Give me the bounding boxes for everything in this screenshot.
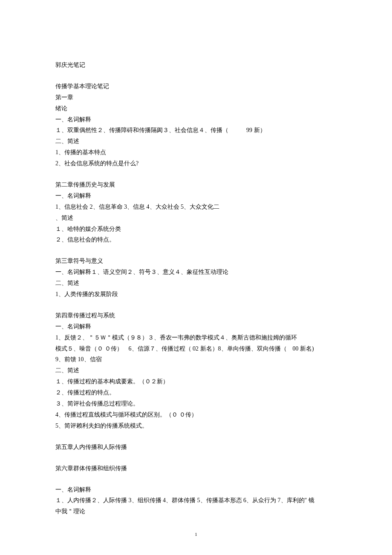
text-line: 2、社会信息系统的特点是什么? bbox=[55, 158, 337, 169]
text-line: 传播学基本理论笔记 bbox=[55, 81, 337, 92]
document-page: 郭庆光笔记 传播学基本理论笔记 第一章 绪论 一、名词解释 １、双重偶然性２、传… bbox=[0, 0, 392, 555]
chapter6-block: 第六章群体传播和组织传播 bbox=[55, 463, 337, 474]
text-line: 1、信息社会 2、信息革命 3、信息 4、大众社会 5、大众文化二 bbox=[55, 201, 337, 213]
text-line: 第三章符号与意义 bbox=[55, 256, 337, 267]
chapter5-block: 第五章人内传播和人际传播 bbox=[55, 442, 337, 453]
text-line: 第二章传播历史与发展 bbox=[55, 179, 337, 190]
chapter3-block: 第三章符号与意义 一、名词解释１、语义空间２、符号３、意义４、象征性互动理论 二… bbox=[55, 256, 337, 300]
text-line: １、传播过程的基本构成要素。（０２新） bbox=[55, 376, 337, 387]
text-line: １、双重偶然性２、传播障碍和传播隔阂３、社会信息４、传播（ 99 新） bbox=[55, 125, 337, 136]
text-line: 、简述 bbox=[55, 213, 337, 224]
text-line: 5、简评赖利夫妇的传播系统模式。 bbox=[55, 420, 337, 431]
text-line: 第五章人内传播和人际传播 bbox=[55, 442, 337, 453]
chapter6b-block: 一、名词解释 １、人内传播２、人际传播 3、组织传播 4、群体传播 5、传播基本… bbox=[55, 484, 337, 518]
text-line: ３、简评社会传播总过程理论。 bbox=[55, 398, 337, 409]
chapter2-block: 第二章传播历史与发展 一、名词解释 1、信息社会 2、信息革命 3、信息 4、大… bbox=[55, 179, 337, 245]
text-line: 1、人类传播的发展阶段 bbox=[55, 289, 337, 300]
text-line: 一、名词解释 bbox=[55, 484, 337, 495]
text-line: 绪论 bbox=[55, 103, 337, 114]
text-line: ２、传播过程的特点。 bbox=[55, 387, 337, 398]
chapter1-block: 传播学基本理论笔记 第一章 绪论 一、名词解释 １、双重偶然性２、传播障碍和传播… bbox=[55, 81, 337, 169]
text-line: 模式５、噪音（０ ０传） 6、信源７、传播过程（ 02 新名）8、单向传播、双向… bbox=[55, 343, 337, 354]
chapter4-block: 第四章传播过程与系统 一、名词解释 1、反馈２、＂５Ｗ＂模式（９８）３、香农一韦… bbox=[55, 310, 337, 431]
text-line: 4、传播过程直线模式与循环模式的区别。（０ ０传） bbox=[55, 409, 337, 420]
text-line: 1、反馈２、＂５Ｗ＂模式（９８）３、香农一韦弗的数学模式４、奥斯古德和施拉姆的循… bbox=[55, 332, 337, 343]
text-line: 中我＂理论 bbox=[55, 506, 337, 517]
text-line: 二、简述 bbox=[55, 365, 337, 376]
text-line: 第一章 bbox=[55, 92, 337, 103]
text-line: 一、名词解释 bbox=[55, 114, 337, 125]
text-line: 9、前馈 10、信宿 bbox=[55, 354, 337, 365]
doc-title: 郭庆光笔记 bbox=[55, 60, 337, 71]
text-line: 二、简述 bbox=[55, 278, 337, 289]
text-line: ２、信息社会的特点。 bbox=[55, 234, 337, 245]
text-line: 一、名词解释 bbox=[55, 190, 337, 201]
text-line: 第四章传播过程与系统 bbox=[55, 310, 337, 321]
page-number: 1 bbox=[55, 530, 337, 538]
text-line: 第六章群体传播和组织传播 bbox=[55, 463, 337, 474]
text-line: １、人内传播２、人际传播 3、组织传播 4、群体传播 5、传播基本形态 6、从众… bbox=[55, 495, 337, 506]
text-line: 一、名词解释 bbox=[55, 321, 337, 332]
text-line: 1、传播的基本特点 bbox=[55, 147, 337, 158]
text-line: 二、简述 bbox=[55, 136, 337, 147]
title-block: 郭庆光笔记 bbox=[55, 60, 337, 71]
text-line: １、哈特的媒介系统分类 bbox=[55, 224, 337, 235]
text-line: 一、名词解释１、语义空间２、符号３、意义４、象征性互动理论 bbox=[55, 267, 337, 278]
